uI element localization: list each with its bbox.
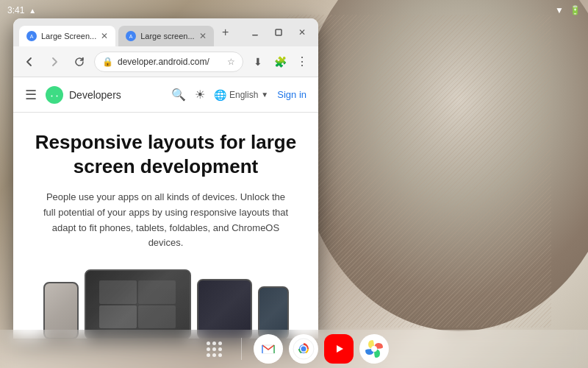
forward-button[interactable] — [44, 52, 65, 72]
hamburger-menu[interactable]: ☰ — [25, 87, 37, 103]
tab-large-screen-active[interactable]: A Large Screen... ✕ — [19, 26, 115, 46]
battery-icon: 🔋 — [570, 5, 581, 15]
tab-close-1[interactable]: ✕ — [101, 31, 108, 41]
url-bar[interactable]: 🔒 developer.android.com/ ☆ — [94, 52, 243, 72]
dot-1 — [207, 342, 210, 345]
svg-rect-5 — [276, 29, 282, 35]
browser-window: A Large Screen... ✕ A Large screen... ✕ … — [13, 18, 318, 339]
maximize-button[interactable] — [268, 22, 289, 43]
dot-9 — [218, 353, 222, 357]
svg-point-24 — [371, 346, 377, 352]
gmail-icon[interactable] — [254, 334, 283, 364]
tablet-screen — [86, 271, 190, 338]
nav-actions: 🔍 ☀ 🌐 English ▼ Sign in — [171, 88, 306, 102]
search-icon[interactable]: 🔍 — [171, 88, 186, 102]
android-logo-icon — [46, 86, 63, 104]
launcher-dots-grid — [207, 342, 223, 357]
website-content: ☰ Developers 🔍 ☀ 🌐 — [13, 77, 318, 339]
site-logo: Developers — [46, 86, 121, 104]
tab-label-2: Large screen... — [140, 32, 194, 40]
hero-subtitle: People use your apps on all kinds of dev… — [41, 190, 291, 251]
lock-icon: 🔒 — [102, 57, 113, 67]
youtube-icon[interactable] — [324, 334, 354, 364]
dot-7 — [207, 353, 210, 357]
site-nav: ☰ Developers 🔍 ☀ 🌐 — [13, 77, 318, 113]
dot-8 — [212, 353, 216, 357]
taskbar-divider — [241, 338, 242, 360]
title-bar: A Large Screen... ✕ A Large screen... ✕ … — [13, 18, 318, 46]
window-controls: ✕ — [245, 22, 312, 43]
new-tab-button[interactable]: + — [217, 24, 234, 41]
language-label: English — [229, 90, 258, 100]
google-photos-icon[interactable] — [359, 334, 389, 364]
svg-text:A: A — [129, 34, 133, 39]
svg-point-6 — [49, 93, 60, 100]
svg-point-7 — [51, 95, 53, 96]
address-bar: 🔒 developer.android.com/ ☆ ⬇ 🧩 ⋮ — [13, 46, 318, 77]
bookmark-icon: ☆ — [227, 57, 235, 67]
sign-in-button[interactable]: Sign in — [277, 89, 306, 100]
app-launcher-button[interactable] — [200, 334, 229, 364]
download-icon[interactable]: ⬇ — [248, 52, 268, 72]
tab-large-screen-inactive[interactable]: A Large screen... ✕ — [118, 26, 213, 46]
site-logo-text: Developers — [69, 89, 121, 101]
dot-4 — [207, 347, 210, 351]
svg-point-8 — [57, 95, 58, 96]
status-bar: 3:41 ▲ ▼ 🔋 — [0, 0, 588, 21]
theme-icon[interactable]: ☀ — [195, 88, 205, 102]
back-button[interactable] — [19, 52, 40, 72]
close-button[interactable]: ✕ — [292, 22, 312, 43]
tab-label-1: Large Screen... — [41, 32, 96, 40]
menu-icon[interactable]: ⋮ — [292, 52, 312, 72]
hero-section: Responsive layouts for large screen deve… — [13, 113, 318, 339]
hero-title: Responsive layouts for large screen deve… — [28, 130, 304, 178]
svg-text:A: A — [30, 34, 34, 39]
globe-icon: 🌐 — [214, 89, 226, 101]
device-showcase — [28, 266, 304, 339]
chevron-down-icon: ▼ — [261, 91, 268, 99]
dot-3 — [218, 342, 222, 345]
svg-line-9 — [51, 91, 53, 93]
wifi-signal-icon: ▲ — [29, 7, 36, 15]
tab-favicon-2: A — [126, 31, 136, 41]
chrome-icon[interactable] — [289, 334, 318, 364]
language-selector[interactable]: 🌐 English ▼ — [214, 89, 268, 101]
reload-button[interactable] — [69, 52, 90, 72]
tab-favicon-1: A — [26, 31, 37, 41]
tab-close-2[interactable]: ✕ — [199, 31, 207, 41]
svg-line-10 — [57, 91, 58, 93]
dot-2 — [212, 342, 216, 345]
dot-5 — [212, 347, 216, 351]
address-bar-actions: ⬇ 🧩 ⋮ — [248, 52, 312, 72]
wifi-icon: ▼ — [555, 5, 564, 15]
svg-rect-4 — [252, 35, 258, 36]
tablet-device — [85, 269, 191, 339]
svg-point-20 — [301, 347, 306, 352]
minimize-button[interactable] — [245, 22, 265, 43]
dot-6 — [218, 347, 222, 351]
extensions-icon[interactable]: 🧩 — [270, 52, 290, 72]
taskbar — [0, 330, 588, 368]
url-text: developer.android.com/ — [118, 57, 223, 67]
status-time: 3:41 — [7, 5, 24, 15]
